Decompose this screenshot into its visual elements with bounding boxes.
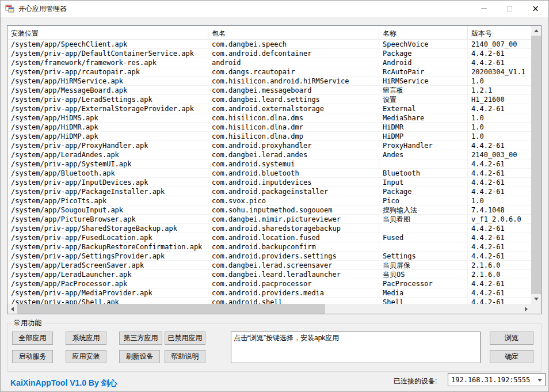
cell-version: 4.4.2-61 [468,279,531,288]
table-row[interactable]: /system/priv-app/Shell.apkcom.android.sh… [7,298,531,304]
cell-location: /system/app/HiRMService.apk [7,77,208,86]
table-row[interactable]: /system/priv-app/BackupRestoreConfirmati… [7,242,531,252]
cell-package: com.dangbei.messageboard [208,86,379,95]
apk-path-textbox[interactable]: 点击“浏览”按键选择，安装apk应用 [231,332,481,363]
start-service-button[interactable]: 启动服务 [12,350,53,363]
cell-location: /system/app/HiDMS.apk [7,113,208,123]
cell-package: com.android.providers.media [208,288,379,298]
horizontal-scroll-thumb[interactable] [17,304,325,314]
column-header-package[interactable]: 包名 [208,26,379,40]
table-row[interactable]: /system/priv-app/ExternalStorageProvider… [7,104,531,113]
table-row[interactable]: /system/priv-app/LeradSettings.apkcom.da… [7,95,531,104]
table-row[interactable]: /system/app/SpeechClient.apkcom.dangbei.… [7,40,531,49]
cell-appname [379,159,468,169]
scroll-up-icon[interactable] [531,26,541,36]
cell-location: /system/app/MessageBoard.apk [7,86,208,95]
cell-version: 4.4.2-61 [468,159,531,169]
table-row[interactable]: /system/app/SougouInput.apkcom.sohu.inpu… [7,205,531,215]
all-apps-button[interactable]: 全部应用 [12,332,53,345]
cell-appname: 留言板 [379,86,468,95]
table-row[interactable]: /system/priv-app/FusedLocation.apkcom.an… [7,233,531,242]
cell-version: 1.0 [468,77,531,86]
table-row[interactable]: /system/app/LeradLauncher.apkcom.dangbei… [7,270,531,279]
system-apps-button[interactable]: 系统应用 [66,332,106,345]
cell-appname: Pico [379,196,468,205]
vertical-scrollbar[interactable] [531,26,541,304]
cell-location: /system/app/LeradLauncher.apk [7,270,208,279]
scroll-right-icon[interactable] [521,304,531,314]
cell-version: 4.4.2-61 [468,187,531,196]
cell-package: com.android.pacprocessor [208,279,379,288]
refresh-device-button[interactable]: 刷新设备 [119,350,160,363]
table-row[interactable]: /system/framework/framework-res.apkandro… [7,58,531,67]
cell-version: 4.4.2-61 [468,178,531,187]
browse-button[interactable]: 浏览 [490,332,533,345]
table-row[interactable]: /system/app/HiRMService.apkcom.hisilicon… [7,77,531,86]
table-row[interactable]: /system/priv-app/SystemUI.apkcom.android… [7,159,531,169]
help-button[interactable]: 帮助说明 [165,350,205,363]
table-row[interactable]: /system/app/MessageBoard.apkcom.dangbei.… [7,86,531,95]
cell-package: com.dangbei.lerad.screensaver [208,261,379,270]
table-row[interactable]: /system/app/PicoTts.apkcom.svox.picoPico… [7,196,531,205]
cell-version: 2140_003_00 [468,150,531,159]
app-icon [5,4,14,13]
minimize-button-icon[interactable] [471,0,497,17]
table-row[interactable]: /system/priv-app/SettingsProvider.apkcom… [7,252,531,261]
table-row[interactable]: /system/app/Bluetooth.apkcom.android.blu… [7,169,531,178]
table-row[interactable]: /system/app/PacProcessor.apkcom.android.… [7,279,531,288]
cell-appname: RcAutoPair [379,67,468,77]
scrollbar-corner [531,304,541,314]
table-row[interactable]: /system/app/LeradAndes.apkcom.dangbei.le… [7,150,531,159]
column-header-location[interactable]: 安装位置 [7,26,208,40]
cell-package: com.svox.pico [208,196,379,205]
cell-package: com.android.shell [208,298,379,304]
table-row[interactable]: /system/priv-app/PackageInstaller.apkcom… [7,187,531,196]
install-app-button[interactable]: 应用安装 [66,350,106,363]
table-row[interactable]: /system/app/HiDMR.apkcom.hisilicon.dlna.… [7,123,531,132]
scroll-left-icon[interactable] [7,304,17,314]
cell-version: 4.4.2-61 [468,233,531,242]
table-row[interactable]: /system/priv-app/DefaultContainerService… [7,49,531,58]
table-row[interactable]: /system/priv-app/MediaProvider.apkcom.an… [7,288,531,298]
scroll-down-icon[interactable] [531,294,541,304]
table-row[interactable]: /system/priv-app/InputDevices.apkcom.and… [7,178,531,187]
listview-viewport: 安装位置 包名 名称 版本号 /system/app/SpeechClient.… [7,26,531,304]
table-row[interactable]: /system/priv-app/rcautopair.apkcom.dangs… [7,67,531,77]
cell-appname: 当贝OS [379,270,468,279]
cell-location: /system/priv-app/PackageInstaller.apk [7,187,208,196]
cell-appname: PacProcessor [379,279,468,288]
table-row[interactable]: /system/priv-app/ProxyHandler.apkcom.and… [7,141,531,150]
cell-package: com.dangbei.mimir.pictureviewer [208,215,379,224]
cell-version: 1.0 [468,113,531,123]
cell-version: 4.4.2-61 [468,288,531,298]
vertical-scroll-thumb[interactable] [531,36,541,294]
cell-location: /system/priv-app/SettingsProvider.apk [7,252,208,261]
cell-package: android [208,58,379,67]
table-row[interactable]: /system/app/HiDMP.apkcom.hisilicon.dlna.… [7,132,531,141]
horizontal-scrollbar[interactable] [7,304,531,314]
table-row[interactable]: /system/app/HiDMS.apkcom.hisilicon.dlna.… [7,113,531,123]
cell-appname [379,224,468,233]
disabled-apps-button[interactable]: 已禁用应用 [165,332,205,345]
table-row[interactable]: /system/app/PictureBrowser.apkcom.dangbe… [7,215,531,224]
cell-appname: HiRMService [379,77,468,86]
cell-appname: HiDMP [379,132,468,141]
cell-appname: MediaShare [379,113,468,123]
device-combobox[interactable]: 192.168.31.192:5555 [448,373,546,386]
column-header-version[interactable]: 版本号 [468,26,531,40]
window-title: 开心应用管理器 [18,4,67,14]
cell-version: 4.4.2-61 [468,242,531,252]
cell-location: /system/priv-app/ProxyHandler.apk [7,141,208,150]
cell-package: com.dangs.rcautopair [208,67,379,77]
listview-body: /system/app/SpeechClient.apkcom.dangbei.… [7,40,531,304]
cell-location: /system/app/PictureBrowser.apk [7,215,208,224]
cell-location: /system/priv-app/MediaProvider.apk [7,288,208,298]
cell-appname: Package [379,49,468,58]
ok-button[interactable]: 确定 [490,350,533,363]
cell-location: /system/app/SougouInput.apk [7,205,208,215]
close-button-icon[interactable]: × [523,0,548,17]
table-row[interactable]: /system/priv-app/SharedStorageBackup.apk… [7,224,531,233]
table-row[interactable]: /system/app/LeradScreenSaver.apkcom.dang… [7,261,531,270]
column-header-appname[interactable]: 名称 [379,26,468,40]
third-party-apps-button[interactable]: 第三方应用 [119,332,162,345]
